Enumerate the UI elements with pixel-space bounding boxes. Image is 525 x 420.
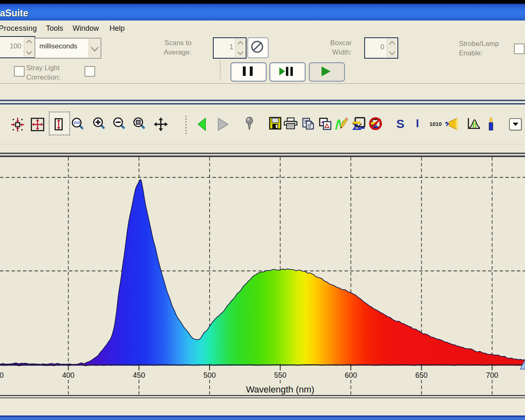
svg-text:650: 650: [415, 371, 428, 379]
svg-text:450: 450: [133, 371, 145, 379]
svg-text:600: 600: [345, 371, 357, 379]
svg-text:Wavelength (nm): Wavelength (nm): [246, 384, 315, 395]
svg-text:550: 550: [274, 371, 286, 379]
svg-text:700: 700: [486, 371, 498, 379]
svg-text:400: 400: [62, 371, 75, 379]
svg-text:213: 213: [74, 121, 80, 125]
svg-text:500: 500: [203, 371, 216, 379]
svg-text:350: 350: [0, 371, 4, 379]
